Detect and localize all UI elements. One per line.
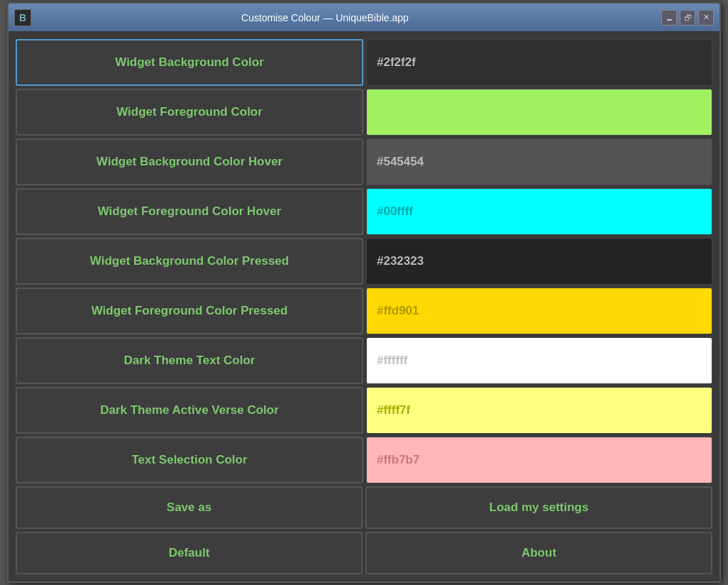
color-widget-bg-pressed[interactable]: #232323 xyxy=(366,238,712,285)
app-icon: B xyxy=(14,9,31,26)
titlebar-controls: 🗕 🗗 ✕ xyxy=(661,10,714,26)
label-dark-verse[interactable]: Dark Theme Active Verse Color xyxy=(16,387,363,434)
titlebar-left: B xyxy=(14,9,31,26)
maximize-button[interactable]: 🗗 xyxy=(680,10,695,26)
color-dark-text[interactable]: #ffffff xyxy=(366,337,712,384)
save-as-button[interactable]: Save as xyxy=(16,486,363,529)
row-widget-fg: Widget Foreground Color xyxy=(16,89,712,136)
label-widget-fg-hover[interactable]: Widget Foreground Color Hover xyxy=(16,188,363,235)
close-button[interactable]: ✕ xyxy=(698,10,714,26)
label-widget-bg[interactable]: Widget Background Color xyxy=(16,39,363,86)
window-title: Customise Colour — UniqueBible.app xyxy=(31,12,619,23)
label-widget-fg-pressed[interactable]: Widget Foreground Color Pressed xyxy=(16,288,363,334)
about-button[interactable]: About xyxy=(365,532,712,574)
default-button[interactable]: Default xyxy=(16,532,363,574)
content-area: Widget Background Color #2f2f2f Widget F… xyxy=(9,32,719,581)
row-dark-verse: Dark Theme Active Verse Color #ffff7f xyxy=(16,387,712,434)
row-widget-bg: Widget Background Color #2f2f2f xyxy=(16,39,712,86)
bottom-row-1: Save as Load my settings xyxy=(16,486,712,529)
titlebar: B Customise Colour — UniqueBible.app 🗕 🗗… xyxy=(9,4,719,32)
row-text-sel: Text Selection Color #ffb7b7 xyxy=(16,437,712,483)
row-widget-bg-pressed: Widget Background Color Pressed #232323 xyxy=(16,238,712,285)
label-widget-bg-hover[interactable]: Widget Background Color Hover xyxy=(16,138,363,185)
color-widget-fg[interactable] xyxy=(366,89,712,136)
color-dark-verse[interactable]: #ffff7f xyxy=(366,387,712,434)
main-window: B Customise Colour — UniqueBible.app 🗕 🗗… xyxy=(7,2,721,583)
color-widget-fg-pressed[interactable]: #ffd901 xyxy=(366,288,712,334)
row-widget-fg-hover: Widget Foreground Color Hover #00ffff xyxy=(16,188,712,235)
color-widget-bg-hover[interactable]: #545454 xyxy=(366,138,712,185)
label-widget-fg[interactable]: Widget Foreground Color xyxy=(16,89,363,136)
row-widget-fg-pressed: Widget Foreground Color Pressed #ffd901 xyxy=(16,288,712,334)
color-text-sel[interactable]: #ffb7b7 xyxy=(366,437,712,483)
label-text-sel[interactable]: Text Selection Color xyxy=(16,437,363,483)
color-widget-fg-hover[interactable]: #00ffff xyxy=(366,188,712,235)
label-widget-bg-pressed[interactable]: Widget Background Color Pressed xyxy=(16,238,363,285)
bottom-row-2: Default About xyxy=(16,532,712,574)
row-widget-bg-hover: Widget Background Color Hover #545454 xyxy=(16,138,712,185)
load-settings-button[interactable]: Load my settings xyxy=(365,486,712,529)
minimize-button[interactable]: 🗕 xyxy=(661,10,677,26)
row-dark-text: Dark Theme Text Color #ffffff xyxy=(16,337,712,384)
color-widget-bg[interactable]: #2f2f2f xyxy=(366,39,712,86)
label-dark-text[interactable]: Dark Theme Text Color xyxy=(16,337,363,384)
